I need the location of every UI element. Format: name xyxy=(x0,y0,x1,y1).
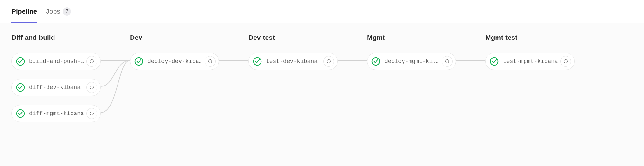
success-icon xyxy=(133,56,144,67)
job-name: test-mgmt-kibana xyxy=(503,58,560,65)
stage-dev-test: Dev-test test-dev-kibana xyxy=(248,34,338,122)
retry-icon xyxy=(89,59,95,64)
retry-button[interactable] xyxy=(560,56,571,67)
success-icon xyxy=(370,56,381,67)
retry-button[interactable] xyxy=(86,56,97,67)
stage-dev: Dev deploy-dev-kibana xyxy=(130,34,219,122)
job-build-and-push[interactable]: build-and-push-... xyxy=(11,53,101,70)
retry-button[interactable] xyxy=(323,56,334,67)
retry-icon xyxy=(89,85,95,90)
retry-icon xyxy=(89,111,95,116)
retry-button[interactable] xyxy=(442,56,453,67)
tab-pipeline[interactable]: Pipeline xyxy=(11,0,37,23)
tab-pipeline-label: Pipeline xyxy=(11,8,37,15)
stage-jobs: deploy-mgmt-ki... xyxy=(367,53,456,70)
job-test-dev-kibana[interactable]: test-dev-kibana xyxy=(248,53,338,70)
stage-jobs: deploy-dev-kibana xyxy=(130,53,219,70)
stages-row: Diff-and-build build-and-push-... diff- xyxy=(11,34,633,122)
job-name: deploy-dev-kibana xyxy=(147,58,205,65)
stage-jobs: test-mgmt-kibana xyxy=(485,53,575,70)
jobs-count-badge: 7 xyxy=(63,7,71,16)
stage-mgmt-test: Mgmt-test test-mgmt-kibana xyxy=(485,34,575,122)
success-icon xyxy=(15,56,26,67)
stage-mgmt: Mgmt deploy-mgmt-ki... xyxy=(367,34,456,122)
job-deploy-mgmt-kibana[interactable]: deploy-mgmt-ki... xyxy=(367,53,456,70)
success-icon xyxy=(489,56,500,67)
stage-title: Diff-and-build xyxy=(11,34,101,41)
job-diff-mgmt-kibana[interactable]: diff-mgmt-kibana xyxy=(11,105,101,122)
retry-icon xyxy=(563,59,569,64)
job-name: diff-mgmt-kibana xyxy=(29,110,86,117)
retry-button[interactable] xyxy=(86,82,97,93)
retry-button[interactable] xyxy=(86,108,97,119)
job-name: deploy-mgmt-ki... xyxy=(384,58,442,65)
job-name: build-and-push-... xyxy=(29,58,86,65)
success-icon xyxy=(15,108,26,119)
retry-button[interactable] xyxy=(205,56,216,67)
success-icon xyxy=(252,56,263,67)
job-name: diff-dev-kibana xyxy=(29,84,86,91)
retry-icon xyxy=(207,59,213,64)
stage-title: Mgmt-test xyxy=(485,34,575,41)
stage-jobs: build-and-push-... diff-dev-kibana xyxy=(11,53,101,122)
tab-jobs-label: Jobs xyxy=(46,8,60,15)
stage-title: Dev-test xyxy=(248,34,338,41)
stage-diff-and-build: Diff-and-build build-and-push-... diff- xyxy=(11,34,101,122)
stage-title: Mgmt xyxy=(367,34,456,41)
retry-icon xyxy=(326,59,332,64)
pipeline-graph: Diff-and-build build-and-push-... diff- xyxy=(0,23,644,166)
success-icon xyxy=(15,82,26,93)
job-test-mgmt-kibana[interactable]: test-mgmt-kibana xyxy=(485,53,575,70)
job-name: test-dev-kibana xyxy=(266,58,323,65)
tab-jobs[interactable]: Jobs 7 xyxy=(46,0,71,23)
stage-title: Dev xyxy=(130,34,219,41)
retry-icon xyxy=(444,59,450,64)
stage-jobs: test-dev-kibana xyxy=(248,53,338,70)
job-deploy-dev-kibana[interactable]: deploy-dev-kibana xyxy=(130,53,219,70)
job-diff-dev-kibana[interactable]: diff-dev-kibana xyxy=(11,79,101,96)
tabs-bar: Pipeline Jobs 7 xyxy=(0,0,644,23)
